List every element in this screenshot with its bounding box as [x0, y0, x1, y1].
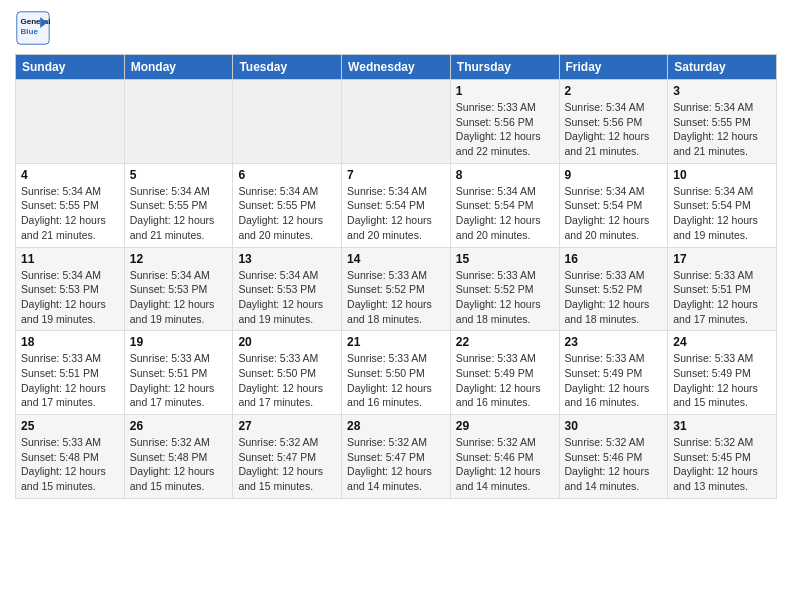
day-number: 22 — [456, 335, 554, 349]
day-info: Sunrise: 5:33 AM Sunset: 5:52 PM Dayligh… — [565, 268, 663, 327]
day-info: Sunrise: 5:34 AM Sunset: 5:55 PM Dayligh… — [21, 184, 119, 243]
day-number: 4 — [21, 168, 119, 182]
weekday-header-tuesday: Tuesday — [233, 55, 342, 80]
day-number: 13 — [238, 252, 336, 266]
calendar-cell: 16Sunrise: 5:33 AM Sunset: 5:52 PM Dayli… — [559, 247, 668, 331]
calendar-cell: 4Sunrise: 5:34 AM Sunset: 5:55 PM Daylig… — [16, 163, 125, 247]
calendar-week-row: 11Sunrise: 5:34 AM Sunset: 5:53 PM Dayli… — [16, 247, 777, 331]
calendar-cell: 22Sunrise: 5:33 AM Sunset: 5:49 PM Dayli… — [450, 331, 559, 415]
day-info: Sunrise: 5:34 AM Sunset: 5:53 PM Dayligh… — [130, 268, 228, 327]
generalblue-logo-icon: General Blue — [15, 10, 51, 46]
day-info: Sunrise: 5:33 AM Sunset: 5:51 PM Dayligh… — [21, 351, 119, 410]
day-number: 27 — [238, 419, 336, 433]
day-info: Sunrise: 5:34 AM Sunset: 5:55 PM Dayligh… — [673, 100, 771, 159]
calendar-cell: 29Sunrise: 5:32 AM Sunset: 5:46 PM Dayli… — [450, 415, 559, 499]
weekday-header-thursday: Thursday — [450, 55, 559, 80]
day-info: Sunrise: 5:33 AM Sunset: 5:52 PM Dayligh… — [347, 268, 445, 327]
day-info: Sunrise: 5:32 AM Sunset: 5:48 PM Dayligh… — [130, 435, 228, 494]
day-info: Sunrise: 5:33 AM Sunset: 5:49 PM Dayligh… — [673, 351, 771, 410]
day-info: Sunrise: 5:34 AM Sunset: 5:56 PM Dayligh… — [565, 100, 663, 159]
calendar-cell: 19Sunrise: 5:33 AM Sunset: 5:51 PM Dayli… — [124, 331, 233, 415]
calendar-cell — [124, 80, 233, 164]
weekday-header-sunday: Sunday — [16, 55, 125, 80]
day-number: 6 — [238, 168, 336, 182]
calendar-cell: 11Sunrise: 5:34 AM Sunset: 5:53 PM Dayli… — [16, 247, 125, 331]
day-number: 1 — [456, 84, 554, 98]
day-number: 28 — [347, 419, 445, 433]
weekday-header-saturday: Saturday — [668, 55, 777, 80]
day-info: Sunrise: 5:34 AM Sunset: 5:54 PM Dayligh… — [673, 184, 771, 243]
calendar-cell: 17Sunrise: 5:33 AM Sunset: 5:51 PM Dayli… — [668, 247, 777, 331]
day-number: 5 — [130, 168, 228, 182]
day-info: Sunrise: 5:34 AM Sunset: 5:55 PM Dayligh… — [130, 184, 228, 243]
day-info: Sunrise: 5:32 AM Sunset: 5:47 PM Dayligh… — [238, 435, 336, 494]
day-info: Sunrise: 5:33 AM Sunset: 5:52 PM Dayligh… — [456, 268, 554, 327]
day-number: 16 — [565, 252, 663, 266]
calendar-cell: 25Sunrise: 5:33 AM Sunset: 5:48 PM Dayli… — [16, 415, 125, 499]
calendar-week-row: 1Sunrise: 5:33 AM Sunset: 5:56 PM Daylig… — [16, 80, 777, 164]
calendar-cell: 21Sunrise: 5:33 AM Sunset: 5:50 PM Dayli… — [342, 331, 451, 415]
calendar-cell: 9Sunrise: 5:34 AM Sunset: 5:54 PM Daylig… — [559, 163, 668, 247]
calendar-cell: 30Sunrise: 5:32 AM Sunset: 5:46 PM Dayli… — [559, 415, 668, 499]
calendar-cell: 2Sunrise: 5:34 AM Sunset: 5:56 PM Daylig… — [559, 80, 668, 164]
calendar-cell: 26Sunrise: 5:32 AM Sunset: 5:48 PM Dayli… — [124, 415, 233, 499]
calendar-cell: 3Sunrise: 5:34 AM Sunset: 5:55 PM Daylig… — [668, 80, 777, 164]
day-info: Sunrise: 5:32 AM Sunset: 5:46 PM Dayligh… — [565, 435, 663, 494]
day-info: Sunrise: 5:34 AM Sunset: 5:54 PM Dayligh… — [565, 184, 663, 243]
calendar-cell: 12Sunrise: 5:34 AM Sunset: 5:53 PM Dayli… — [124, 247, 233, 331]
calendar-cell: 7Sunrise: 5:34 AM Sunset: 5:54 PM Daylig… — [342, 163, 451, 247]
day-number: 11 — [21, 252, 119, 266]
calendar-cell: 6Sunrise: 5:34 AM Sunset: 5:55 PM Daylig… — [233, 163, 342, 247]
day-number: 7 — [347, 168, 445, 182]
calendar-cell: 31Sunrise: 5:32 AM Sunset: 5:45 PM Dayli… — [668, 415, 777, 499]
calendar-cell: 24Sunrise: 5:33 AM Sunset: 5:49 PM Dayli… — [668, 331, 777, 415]
day-info: Sunrise: 5:32 AM Sunset: 5:46 PM Dayligh… — [456, 435, 554, 494]
weekday-header-wednesday: Wednesday — [342, 55, 451, 80]
day-number: 21 — [347, 335, 445, 349]
day-number: 20 — [238, 335, 336, 349]
svg-text:Blue: Blue — [20, 27, 38, 36]
day-info: Sunrise: 5:34 AM Sunset: 5:53 PM Dayligh… — [238, 268, 336, 327]
day-number: 19 — [130, 335, 228, 349]
calendar-cell — [16, 80, 125, 164]
day-number: 3 — [673, 84, 771, 98]
calendar-week-row: 18Sunrise: 5:33 AM Sunset: 5:51 PM Dayli… — [16, 331, 777, 415]
calendar-cell: 28Sunrise: 5:32 AM Sunset: 5:47 PM Dayli… — [342, 415, 451, 499]
day-number: 15 — [456, 252, 554, 266]
day-info: Sunrise: 5:33 AM Sunset: 5:56 PM Dayligh… — [456, 100, 554, 159]
day-info: Sunrise: 5:33 AM Sunset: 5:48 PM Dayligh… — [21, 435, 119, 494]
page-header: General Blue — [15, 10, 777, 46]
day-number: 2 — [565, 84, 663, 98]
day-number: 31 — [673, 419, 771, 433]
calendar-cell: 8Sunrise: 5:34 AM Sunset: 5:54 PM Daylig… — [450, 163, 559, 247]
day-number: 30 — [565, 419, 663, 433]
weekday-header-monday: Monday — [124, 55, 233, 80]
day-number: 12 — [130, 252, 228, 266]
day-info: Sunrise: 5:33 AM Sunset: 5:50 PM Dayligh… — [347, 351, 445, 410]
day-number: 10 — [673, 168, 771, 182]
day-number: 26 — [130, 419, 228, 433]
day-info: Sunrise: 5:33 AM Sunset: 5:49 PM Dayligh… — [565, 351, 663, 410]
day-number: 18 — [21, 335, 119, 349]
day-info: Sunrise: 5:33 AM Sunset: 5:51 PM Dayligh… — [130, 351, 228, 410]
day-info: Sunrise: 5:32 AM Sunset: 5:47 PM Dayligh… — [347, 435, 445, 494]
day-number: 17 — [673, 252, 771, 266]
calendar-cell: 18Sunrise: 5:33 AM Sunset: 5:51 PM Dayli… — [16, 331, 125, 415]
calendar-week-row: 25Sunrise: 5:33 AM Sunset: 5:48 PM Dayli… — [16, 415, 777, 499]
calendar-cell: 15Sunrise: 5:33 AM Sunset: 5:52 PM Dayli… — [450, 247, 559, 331]
day-number: 8 — [456, 168, 554, 182]
day-number: 14 — [347, 252, 445, 266]
day-number: 9 — [565, 168, 663, 182]
day-info: Sunrise: 5:33 AM Sunset: 5:51 PM Dayligh… — [673, 268, 771, 327]
day-info: Sunrise: 5:33 AM Sunset: 5:50 PM Dayligh… — [238, 351, 336, 410]
calendar-cell — [342, 80, 451, 164]
calendar-header-row: SundayMondayTuesdayWednesdayThursdayFrid… — [16, 55, 777, 80]
logo: General Blue — [15, 10, 51, 46]
calendar-cell: 13Sunrise: 5:34 AM Sunset: 5:53 PM Dayli… — [233, 247, 342, 331]
calendar-cell: 10Sunrise: 5:34 AM Sunset: 5:54 PM Dayli… — [668, 163, 777, 247]
weekday-header-friday: Friday — [559, 55, 668, 80]
day-info: Sunrise: 5:34 AM Sunset: 5:54 PM Dayligh… — [347, 184, 445, 243]
calendar-cell: 23Sunrise: 5:33 AM Sunset: 5:49 PM Dayli… — [559, 331, 668, 415]
day-number: 25 — [21, 419, 119, 433]
day-number: 23 — [565, 335, 663, 349]
